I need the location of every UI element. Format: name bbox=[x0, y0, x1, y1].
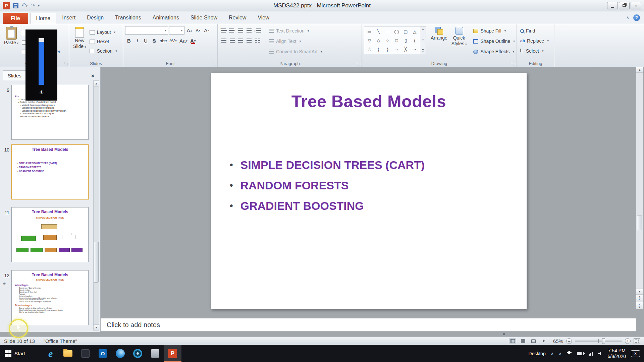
previous-slide-button[interactable]: ∧∧ bbox=[636, 294, 643, 302]
tab-review[interactable]: Review bbox=[223, 11, 252, 24]
numbering-button[interactable]: ▾ bbox=[228, 26, 236, 35]
align-text-button[interactable]: Align Text bbox=[268, 37, 323, 46]
slide-canvas[interactable]: Tree Based Models SIMPLE DECISION TREES … bbox=[211, 73, 527, 309]
undo-icon[interactable]: ↶▾ bbox=[21, 3, 28, 9]
zoom-in-button[interactable]: + bbox=[625, 338, 631, 344]
bullets-button[interactable]: ▾ bbox=[220, 26, 228, 35]
volume-icon[interactable] bbox=[598, 352, 603, 356]
battery-icon[interactable] bbox=[577, 352, 584, 355]
justify-button[interactable] bbox=[245, 36, 253, 45]
find-button[interactable]: Find bbox=[519, 26, 553, 36]
font-color-button[interactable]: A▾ bbox=[189, 37, 197, 45]
close-pane-icon[interactable]: × bbox=[88, 72, 98, 80]
panel-scroll-down-icon[interactable]: ▼ bbox=[94, 324, 99, 330]
underline-button[interactable]: U bbox=[142, 37, 150, 45]
tab-design[interactable]: Design bbox=[81, 11, 109, 24]
next-slide-button[interactable]: ∨∨ bbox=[636, 302, 643, 309]
restore-button[interactable] bbox=[619, 2, 630, 9]
shrink-font-button[interactable]: A▾ bbox=[194, 26, 202, 35]
strikethrough-button[interactable]: abc bbox=[159, 37, 168, 45]
paste-button[interactable]: Paste bbox=[2, 26, 20, 60]
gallery-up-icon[interactable]: ▴ bbox=[422, 27, 424, 31]
zoom-slider-thumb[interactable] bbox=[602, 338, 605, 344]
shape-effects-button[interactable]: Shape Effects bbox=[472, 47, 516, 56]
gallery-more-icon[interactable]: ▾ bbox=[422, 49, 424, 53]
character-spacing-button[interactable]: AV▾ bbox=[168, 37, 178, 45]
slide-11-thumbnail[interactable]: Tree Based Models SIMPLE DECISION TREE bbox=[11, 207, 89, 262]
align-center-button[interactable] bbox=[228, 36, 236, 45]
edge-button[interactable] bbox=[112, 345, 129, 362]
tray-chevron-icon-2[interactable]: ∧ bbox=[559, 351, 562, 356]
tab-home[interactable]: Home bbox=[30, 13, 57, 24]
fit-to-window-button[interactable] bbox=[634, 338, 640, 344]
editor-vertical-scrollbar[interactable]: ▲ ▼ ∧∧ ∨∨ bbox=[636, 67, 643, 309]
tab-file[interactable]: File bbox=[3, 13, 28, 24]
scroll-thumb[interactable] bbox=[637, 216, 642, 230]
shape-outline-button[interactable]: Shape Outline bbox=[472, 37, 516, 46]
chevron-double-icon[interactable]: » bbox=[503, 331, 505, 336]
save-icon[interactable] bbox=[13, 3, 18, 8]
align-right-button[interactable] bbox=[236, 36, 245, 45]
slide-bullet-1[interactable]: SIMPLE DECISION TREES (CART) bbox=[230, 155, 527, 175]
powerpoint-taskbar-button[interactable]: P bbox=[164, 345, 181, 362]
internet-explorer-button[interactable]: e bbox=[42, 345, 59, 362]
tab-slide-show[interactable]: Slide Show bbox=[185, 11, 223, 24]
select-button[interactable]: Select bbox=[519, 46, 553, 56]
slide-title[interactable]: Tree Based Models bbox=[211, 92, 527, 111]
scroll-down-icon[interactable]: ▼ bbox=[636, 289, 643, 294]
network-icon[interactable] bbox=[589, 352, 593, 356]
clear-formatting-button[interactable]: A× bbox=[203, 26, 211, 35]
text-shadow-button[interactable]: S bbox=[150, 37, 158, 45]
increase-indent-button[interactable] bbox=[245, 26, 253, 35]
gray-app-button[interactable] bbox=[147, 345, 164, 362]
shape-fill-button[interactable]: Shape Fill bbox=[472, 26, 516, 36]
scroll-up-icon[interactable]: ▲ bbox=[636, 67, 643, 73]
start-button[interactable]: Start bbox=[0, 345, 30, 362]
slides-tab[interactable]: Slides bbox=[3, 70, 26, 80]
tab-insert[interactable]: Insert bbox=[56, 11, 81, 24]
tray-chevron-icon[interactable]: ∧ bbox=[551, 351, 554, 356]
slide-bullet-2[interactable]: RANDOM FORESTS bbox=[230, 175, 527, 196]
decrease-indent-button[interactable] bbox=[236, 26, 245, 35]
align-left-button[interactable] bbox=[220, 36, 228, 45]
panel-scroll-thumb[interactable] bbox=[94, 242, 99, 283]
font-size-combo[interactable]: ▾ bbox=[169, 26, 184, 35]
undo-dropdown-icon[interactable]: ▾ bbox=[26, 4, 28, 8]
minimize-ribbon-icon[interactable]: ∧ bbox=[626, 15, 629, 20]
slide-bullet-3[interactable]: GRADIENT BOOSTING bbox=[230, 196, 527, 216]
font-name-combo[interactable]: ▾ bbox=[125, 26, 168, 35]
font-name-dropdown-icon[interactable]: ▾ bbox=[164, 29, 166, 32]
new-slide-button[interactable]: New Slide bbox=[71, 26, 88, 60]
font-size-dropdown-icon[interactable]: ▾ bbox=[181, 29, 182, 32]
qat-customize-icon[interactable]: ▾ bbox=[38, 4, 40, 7]
outlook-button[interactable]: O bbox=[94, 345, 112, 362]
tab-transitions[interactable]: Transitions bbox=[109, 11, 147, 24]
columns-button[interactable] bbox=[253, 36, 262, 45]
shapes-gallery[interactable]: ▭╲—◯▢△▽◇○□▯(☆{}→╳~ bbox=[364, 26, 420, 54]
reading-view-button[interactable] bbox=[530, 338, 537, 344]
minimize-button[interactable] bbox=[607, 2, 618, 9]
reset-button[interactable]: Reset bbox=[88, 37, 118, 46]
dark-app-button[interactable] bbox=[77, 345, 94, 362]
desktop-toolbar-label[interactable]: Desktop bbox=[529, 351, 546, 356]
slides-panel-scrollbar[interactable]: ▲ ▼ bbox=[93, 80, 99, 330]
slide-12-thumbnail[interactable]: Tree Based Models SIMPLE DECISION TREE A… bbox=[11, 270, 89, 325]
help-icon[interactable]: ? bbox=[633, 14, 640, 21]
slide-show-button[interactable] bbox=[540, 338, 547, 344]
close-button[interactable]: × bbox=[631, 2, 641, 9]
line-spacing-button[interactable]: ↕ bbox=[253, 26, 262, 35]
section-button[interactable]: Section bbox=[88, 46, 118, 56]
slide-10-thumbnail[interactable]: Tree Based Models SIMPLE DECISION TREES … bbox=[11, 144, 89, 199]
italic-button[interactable]: I bbox=[133, 37, 141, 45]
convert-smartart-button[interactable]: Convert to SmartArt bbox=[268, 47, 323, 56]
dropbox-icon[interactable] bbox=[567, 351, 572, 356]
grow-font-button[interactable]: A▴ bbox=[185, 26, 193, 35]
text-direction-button[interactable]: Text Direction bbox=[268, 26, 323, 36]
screen-recorder-button[interactable] bbox=[129, 345, 147, 362]
normal-view-button[interactable] bbox=[509, 338, 516, 344]
file-explorer-button[interactable] bbox=[59, 345, 77, 362]
powerpoint-app-icon[interactable]: P bbox=[3, 2, 10, 9]
layout-button[interactable]: Layout bbox=[88, 27, 118, 37]
quick-styles-button[interactable]: Quick Styles bbox=[449, 26, 469, 60]
tab-animations[interactable]: Animations bbox=[147, 11, 185, 24]
